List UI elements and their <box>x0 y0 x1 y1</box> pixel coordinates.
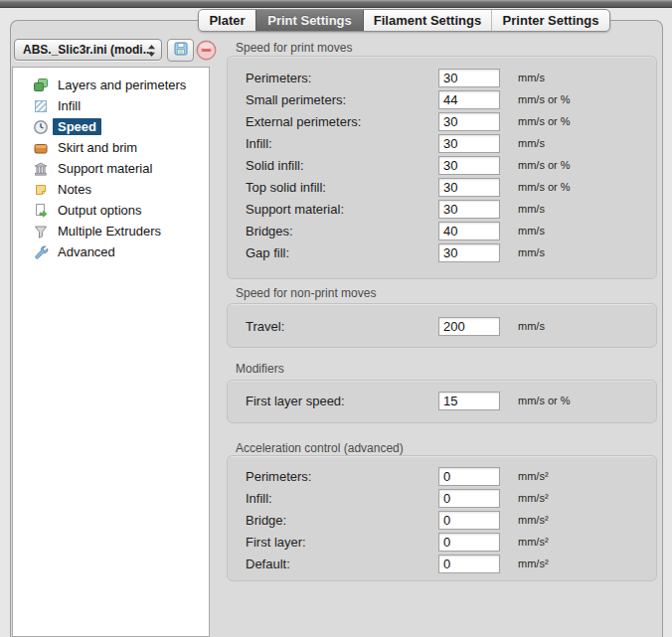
input-accel-perimeters[interactable] <box>438 467 500 486</box>
dropdown-arrows-icon <box>147 44 156 61</box>
save-preset-button[interactable] <box>167 39 194 62</box>
sidebar-item-advanced[interactable]: Advanced <box>13 241 209 262</box>
sidebar-item-output-options[interactable]: Output options <box>13 200 209 221</box>
preset-dropdown-value: ABS._Slic3r.ini (modi... <box>23 43 153 57</box>
group-non-print-moves: Travel: mm/s <box>227 303 657 348</box>
setting-row: First layer: mm/s² <box>228 531 656 553</box>
setting-row: Top solid infill: mm/s or % <box>228 176 656 198</box>
input-accel-infill[interactable] <box>438 489 500 508</box>
setting-row: Support material: mm/s <box>228 198 656 220</box>
section-title-print-moves: Speed for print moves <box>236 41 352 55</box>
sidebar-item-label: Skirt and brim <box>53 139 142 156</box>
wrench-icon <box>33 244 49 260</box>
floppy-disk-icon <box>173 41 189 61</box>
input-accel-bridge[interactable] <box>438 511 500 530</box>
sidebar-item-layers-and-perimeters[interactable]: Layers and perimeters <box>13 75 209 95</box>
settings-tab-bar: Plater Print Settings Filament Settings … <box>198 9 610 32</box>
setting-label: Small perimeters: <box>246 92 438 107</box>
settings-category-list: Layers and perimeters Infill Speed Skirt… <box>12 67 210 637</box>
setting-row: Gap fill: mm/s <box>228 241 656 263</box>
input-bridges-speed[interactable] <box>438 222 500 240</box>
group-acceleration: Perimeters: mm/s² Infill: mm/s² Bridge: … <box>227 455 657 581</box>
infill-hatch-icon <box>33 98 49 114</box>
sidebar-item-label: Advanced <box>53 243 120 260</box>
input-accel-first-layer[interactable] <box>438 533 500 552</box>
setting-row: Perimeters: mm/s² <box>228 465 656 487</box>
input-first-layer-speed[interactable] <box>438 392 500 410</box>
setting-row: Solid infill: mm/s or % <box>228 154 656 176</box>
input-perimeters-speed[interactable] <box>438 69 500 87</box>
preset-dropdown[interactable]: ABS._Slic3r.ini (modi... <box>14 39 162 61</box>
input-small-perimeters-speed[interactable] <box>438 90 500 109</box>
box-icon <box>33 140 49 156</box>
note-icon <box>33 182 49 198</box>
sidebar-item-label: Multiple Extruders <box>53 223 166 239</box>
setting-unit: mm/s or % <box>506 93 656 105</box>
setting-row: Default: mm/s² <box>228 553 656 574</box>
setting-row: Perimeters: mm/s <box>228 67 656 88</box>
input-solid-infill-speed[interactable] <box>438 156 500 175</box>
setting-label: External perimeters: <box>246 114 438 129</box>
sidebar-item-support-material[interactable]: Support material <box>13 158 209 179</box>
setting-unit: mm/s or % <box>506 395 656 406</box>
sidebar-item-multiple-extruders[interactable]: Multiple Extruders <box>13 221 209 241</box>
sidebar-item-infill[interactable]: Infill <box>13 95 209 116</box>
input-accel-default[interactable] <box>438 555 500 573</box>
tab-plater[interactable]: Plater <box>199 10 255 31</box>
setting-row: Travel: mm/s <box>228 315 656 337</box>
setting-unit: mm/s or % <box>506 181 656 193</box>
setting-row: Bridge: mm/s² <box>228 509 656 531</box>
setting-unit: mm/s² <box>506 536 656 548</box>
sidebar-item-skirt-and-brim[interactable]: Skirt and brim <box>13 137 209 158</box>
tab-printer-settings[interactable]: Printer Settings <box>491 10 609 31</box>
sidebar-item-speed[interactable]: Speed <box>13 116 209 137</box>
setting-unit: mm/s <box>506 203 656 215</box>
sidebar-item-label: Layers and perimeters <box>53 77 191 93</box>
setting-row: External perimeters: mm/s or % <box>228 110 656 132</box>
setting-row: Bridges: mm/s <box>228 220 656 241</box>
input-external-perimeters-speed[interactable] <box>438 112 500 131</box>
layers-icon <box>33 78 49 93</box>
setting-unit: mm/s <box>506 72 656 83</box>
sidebar-item-label: Notes <box>53 181 96 198</box>
sidebar-item-label: Output options <box>53 202 147 219</box>
section-title-non-print-moves: Speed for non-print moves <box>236 286 376 300</box>
setting-label: Bridges: <box>246 224 438 239</box>
setting-label: Support material: <box>246 202 438 217</box>
setting-label: Travel: <box>246 319 438 334</box>
funnel-icon <box>33 224 49 239</box>
setting-unit: mm/s² <box>506 514 656 526</box>
setting-label: Perimeters: <box>246 71 438 85</box>
setting-unit: mm/s² <box>506 492 656 504</box>
input-infill-speed[interactable] <box>438 134 500 153</box>
input-travel-speed[interactable] <box>438 317 500 336</box>
clock-icon <box>33 119 49 135</box>
setting-row: Infill: mm/s² <box>228 487 656 509</box>
setting-unit: mm/s or % <box>506 159 656 171</box>
page-arrow-icon <box>33 203 49 219</box>
setting-unit: mm/s or % <box>506 115 656 127</box>
delete-preset-button[interactable] <box>196 40 217 61</box>
setting-label: Infill: <box>246 136 438 151</box>
setting-label: Bridge: <box>246 513 438 528</box>
setting-unit: mm/s <box>506 225 656 237</box>
section-title-modifiers: Modifiers <box>236 362 284 376</box>
sidebar-item-label: Support material <box>53 160 157 177</box>
setting-unit: mm/s² <box>506 470 656 482</box>
setting-label: Top solid infill: <box>246 180 438 195</box>
setting-label: Solid infill: <box>246 158 438 173</box>
section-title-acceleration: Acceleration control (advanced) <box>236 441 404 455</box>
sidebar-item-notes[interactable]: Notes <box>13 179 209 200</box>
tab-filament-settings[interactable]: Filament Settings <box>363 10 491 31</box>
setting-unit: mm/s <box>506 320 656 332</box>
sidebar-item-label: Speed <box>53 118 101 135</box>
window-title-bar <box>0 0 672 8</box>
group-print-moves: Perimeters: mm/s Small perimeters: mm/s … <box>227 56 657 279</box>
building-icon <box>33 161 49 177</box>
setting-row: Infill: mm/s <box>228 132 656 154</box>
tab-print-settings[interactable]: Print Settings <box>255 10 363 31</box>
input-top-solid-infill-speed[interactable] <box>438 178 500 197</box>
minus-circle-icon <box>196 40 217 61</box>
input-support-material-speed[interactable] <box>438 200 500 219</box>
input-gap-fill-speed[interactable] <box>438 243 500 262</box>
